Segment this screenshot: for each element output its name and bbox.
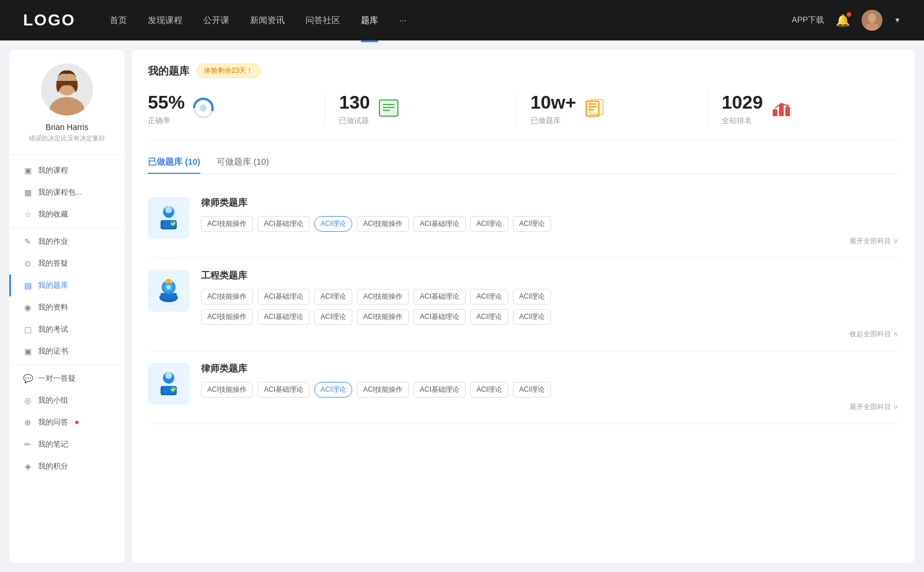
nav-qbank[interactable]: 题库 — [361, 13, 378, 28]
expand-btn-3[interactable]: 展开全部科目 ∨ — [201, 398, 899, 412]
sidebar-item-cert[interactable]: ▣ 我的证书 — [9, 340, 125, 362]
qbank-tags-2-row2: ACI技能操作 ACI基础理论 ACI理论 ACI技能操作 ACI基础理论 AC… — [201, 309, 899, 325]
sidebar-label-notes: 我的笔记 — [38, 439, 68, 450]
sidebar-item-1on1[interactable]: 💬 一对一答疑 — [9, 367, 125, 389]
user-avatar[interactable] — [862, 10, 882, 31]
svg-point-8 — [200, 105, 207, 112]
qbank-tags-1: ACI技能操作 ACI基础理论 ACI理论 ACI技能操作 ACI基础理论 AC… — [201, 216, 899, 232]
sidebar-item-notes[interactable]: ✏ 我的笔记 — [9, 433, 125, 455]
nav-qa[interactable]: 问答社区 — [305, 13, 340, 28]
tag-2-9[interactable]: ACI基础理论 — [258, 309, 310, 325]
stat-accuracy-info: 55% 正确率 — [148, 92, 185, 126]
tag-2-6[interactable]: ACI理论 — [470, 289, 508, 304]
stat-accuracy: 55% 正确率 — [148, 92, 325, 126]
done-questions-label: 已做试题 — [339, 116, 370, 126]
sidebar-item-coursepackage[interactable]: ▦ 我的课程包... — [9, 181, 125, 203]
collapse-btn-2[interactable]: 收起全部科目 ∧ — [201, 325, 899, 339]
tag-2-8[interactable]: ACI技能操作 — [201, 309, 253, 325]
tag-3-3[interactable]: ACI理论 — [314, 382, 352, 398]
app-download-btn[interactable]: APP下载 — [792, 15, 824, 25]
tag-2-10[interactable]: ACI理论 — [314, 309, 352, 325]
tag-2-2[interactable]: ACI基础理论 — [258, 289, 310, 304]
nav-news[interactable]: 新闻资讯 — [250, 13, 285, 28]
qbank-content-2: 工程类题库 ACI技能操作 ACI基础理论 ACI理论 ACI技能操作 ACI基… — [201, 270, 899, 339]
qbank-icon-lawyer-1 — [148, 197, 189, 239]
points-icon: ◈ — [23, 462, 32, 471]
tag-3-4[interactable]: ACI技能操作 — [357, 382, 409, 398]
qbank-content-1: 律师类题库 ACI技能操作 ACI基础理论 ACI理论 ACI技能操作 ACI基… — [201, 197, 899, 246]
coursepackage-icon: ▦ — [23, 188, 32, 197]
sidebar-item-group[interactable]: ◎ 我的小组 — [9, 389, 125, 411]
sidebar-label-cert: 我的证书 — [38, 346, 68, 356]
qbank-icon-engineer — [148, 270, 189, 311]
sidebar-item-exam[interactable]: ▢ 我的考试 — [9, 318, 125, 340]
qbank-list: 律师类题库 ACI技能操作 ACI基础理论 ACI理论 ACI技能操作 ACI基… — [148, 185, 899, 424]
tag-3-2[interactable]: ACI基础理论 — [258, 382, 310, 398]
sidebar-item-mydata[interactable]: ◉ 我的资料 — [9, 296, 125, 318]
tabs: 已做题库 (10) 可做题库 (10) — [148, 157, 899, 174]
course-icon: ▣ — [23, 166, 32, 175]
tag-2-1[interactable]: ACI技能操作 — [201, 289, 253, 304]
sidebar-item-points[interactable]: ◈ 我的积分 — [9, 455, 125, 477]
done-questions-value: 130 — [339, 92, 370, 113]
user-menu-chevron[interactable]: ▼ — [894, 16, 901, 24]
tag-2-11[interactable]: ACI技能操作 — [357, 309, 409, 325]
done-questions-icon — [377, 96, 400, 122]
sidebar-divider-2 — [9, 365, 125, 365]
tag-3-5[interactable]: ACI基础理论 — [413, 382, 465, 398]
sidebar-menu: ▣ 我的课程 ▦ 我的课程包... ☆ 我的收藏 ✎ 我的作业 ⊙ 我的答疑 ▤ — [9, 159, 125, 477]
tab-done[interactable]: 已做题库 (10) — [148, 157, 200, 173]
sidebar-item-myqa[interactable]: ⊙ 我的答疑 — [9, 252, 125, 274]
rank-label: 全站排名 — [722, 116, 763, 126]
tag-2-4[interactable]: ACI技能操作 — [357, 289, 409, 304]
tag-3-7[interactable]: ACI理论 — [513, 382, 551, 398]
stat-done-banks: 10w+ 已做题库 — [517, 92, 708, 126]
tag-2-3[interactable]: ACI理论 — [314, 289, 352, 304]
stat-rank: 1029 全站排名 — [708, 92, 899, 126]
exam-icon: ▢ — [23, 325, 32, 334]
notification-dot — [847, 12, 851, 17]
trial-badge: 体验剩余23天！ — [196, 64, 260, 78]
done-banks-icon — [583, 96, 606, 122]
sidebar-item-qbank[interactable]: ▤ 我的题库 — [9, 274, 125, 296]
tag-2-12[interactable]: ACI基础理论 — [413, 309, 465, 325]
rank-value: 1029 — [722, 92, 763, 113]
accuracy-value: 55% — [148, 92, 185, 113]
tag-3-6[interactable]: ACI理论 — [470, 382, 508, 398]
tag-1-2[interactable]: ACI基础理论 — [258, 216, 310, 232]
homework-icon: ✎ — [23, 237, 32, 246]
tag-2-7[interactable]: ACI理论 — [513, 289, 551, 304]
avatar-image — [862, 10, 882, 31]
nav-more[interactable]: ··· — [399, 13, 407, 28]
nav-opencourse[interactable]: 公开课 — [203, 13, 229, 28]
tag-2-14[interactable]: ACI理论 — [513, 309, 551, 325]
sidebar-item-homework[interactable]: ✎ 我的作业 — [9, 231, 125, 252]
tag-3-1[interactable]: ACI技能操作 — [201, 382, 253, 398]
sidebar-username: Brian Harris — [46, 122, 88, 132]
tag-1-5[interactable]: ACI基础理论 — [413, 216, 465, 232]
qa-icon: ⊙ — [23, 259, 32, 268]
logo[interactable]: LOGO — [23, 11, 75, 29]
tag-1-4[interactable]: ACI技能操作 — [357, 216, 409, 232]
tag-1-6[interactable]: ACI理论 — [470, 216, 508, 232]
sidebar-item-mycourse[interactable]: ▣ 我的课程 — [9, 159, 125, 181]
expand-btn-1[interactable]: 展开全部科目 ∨ — [201, 232, 899, 246]
nav-home[interactable]: 首页 — [110, 13, 127, 28]
tag-1-7[interactable]: ACI理论 — [513, 216, 551, 232]
sidebar-avatar — [41, 64, 93, 116]
svg-rect-35 — [166, 279, 171, 281]
qbank-title-3: 律师类题库 — [201, 363, 899, 375]
tab-available[interactable]: 可做题库 (10) — [217, 157, 269, 173]
nav-discover[interactable]: 发现课程 — [148, 13, 182, 28]
tag-1-1[interactable]: ACI技能操作 — [201, 216, 253, 232]
tag-2-13[interactable]: ACI理论 — [470, 309, 508, 325]
cert-icon: ▣ — [23, 347, 32, 356]
sidebar-item-favorites[interactable]: ☆ 我的收藏 — [9, 203, 125, 225]
notification-bell[interactable]: 🔔 — [836, 13, 850, 27]
accuracy-label: 正确率 — [148, 116, 185, 126]
svg-point-23 — [787, 105, 789, 107]
sidebar-item-questions[interactable]: ⊕ 我的问答 — [9, 411, 125, 433]
stats-row: 55% 正确率 130 已做试题 — [148, 92, 899, 140]
tag-2-5[interactable]: ACI基础理论 — [413, 289, 465, 304]
tag-1-3[interactable]: ACI理论 — [314, 216, 352, 232]
